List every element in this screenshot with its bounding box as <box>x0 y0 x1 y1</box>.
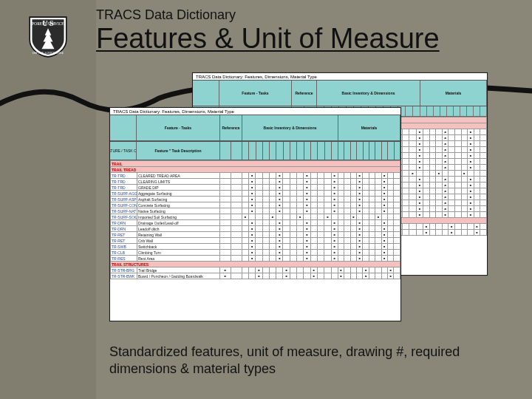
table-row: TR-SURF-ASPAsphalt Surfacing■■■■■■ <box>111 197 400 202</box>
slide-subtitle: TRACS Data Dictionary <box>96 7 517 23</box>
table-row: TR-TRDCLEARING LIMITS■■■■■■ <box>111 179 400 185</box>
slide-title: Features & Unit of Measure <box>96 24 517 54</box>
slide-caption: Standardized features, unit of measure, … <box>109 344 488 377</box>
table-row: TR-TRDCLEARED TREAD AREA■■■■■■ <box>111 173 400 179</box>
table-row: TR-CLBClimbing Turn■■■■■■ <box>111 250 400 256</box>
group-reference: Reference <box>292 81 317 106</box>
datasheet-front-grid: TRAILTRAIL TREADTR-TRDCLEARED TREAD AREA… <box>110 160 400 279</box>
header-band-cols: FEATURE / TASK Code Feature " Task Descr… <box>110 141 400 160</box>
svg-text:U S: U S <box>43 19 54 27</box>
table-row: TR-SURF-NATNative Surfacing■■■■■■ <box>111 208 400 214</box>
group-feature-tasks: Feature - Tasks <box>219 81 292 106</box>
group-materials: Materials <box>338 115 400 140</box>
datasheet-title: TRACS Data Dictionary: Features, Dimensi… <box>110 108 400 115</box>
table-row: TR-SURF-SOILImported Soil Surfacing■■■■■… <box>111 214 400 220</box>
header-band-top: Feature - Tasks Reference Basic Inventor… <box>193 80 487 106</box>
group-reference: Reference <box>220 115 242 140</box>
group-basic: Basic Inventory & Dimensions <box>242 115 338 140</box>
section-header: TRAIL <box>111 161 400 167</box>
datasheet-front: TRACS Data Dictionary: Features, Dimensi… <box>109 107 401 321</box>
table-row: TR-STR-BRGTrail Bridge■■■■■■■ <box>111 267 400 273</box>
table-row: TR-SURF-CONConcrete Surfacing■■■■■■ <box>111 202 400 208</box>
col-code <box>110 115 137 140</box>
table-row: TR-SURF-AGGAggregate Surfacing■■■■■■ <box>111 191 400 197</box>
section-header: TRAIL STRUCTURES <box>111 262 400 267</box>
table-row: TR-SWBSwitchback■■■■■■ <box>111 244 400 250</box>
table-row: TR-RETCrib Wall■■■■■■ <box>111 238 400 244</box>
forest-service-shield-icon: FOREST SERVICE U S DEPT OF AGRICULTURE <box>28 16 68 58</box>
col-code <box>193 81 219 106</box>
table-row: TR-TRDGRADE DIP■■■■■■ <box>111 185 400 191</box>
group-feature-tasks: Feature - Tasks <box>137 115 220 140</box>
col-code-header: FEATURE / TASK Code <box>110 142 137 160</box>
table-row: TR-DRNLeadoff ditch■■■■■■ <box>111 226 400 232</box>
group-basic: Basic Inventory & Dimensions <box>317 81 420 106</box>
datasheet-title: TRACS Data Dictionary: Features, Dimensi… <box>193 73 487 80</box>
table-row: TR-DRNDrainage Outlet/Lead-off■■■■■■ <box>111 220 400 226</box>
table-row: TR-RESRest Area■■■■■■ <box>111 256 400 262</box>
table-row: TR-RETRetaining Wall■■■■■■ <box>111 232 400 238</box>
header-band-top: Feature - Tasks Reference Basic Inventor… <box>110 115 400 141</box>
table-row: TR-STR-BWKBoard / Puncheon / Gadding Boa… <box>111 273 400 279</box>
svg-text:DEPT OF AGRICULTURE: DEPT OF AGRICULTURE <box>33 52 64 55</box>
col-desc-header: Feature " Task Description <box>137 142 220 160</box>
slide-left-accent <box>0 0 96 399</box>
group-materials: Materials <box>420 81 487 106</box>
slide-header: TRACS Data Dictionary Features & Unit of… <box>96 7 517 54</box>
section-header: TRAIL TREAD <box>111 167 400 173</box>
